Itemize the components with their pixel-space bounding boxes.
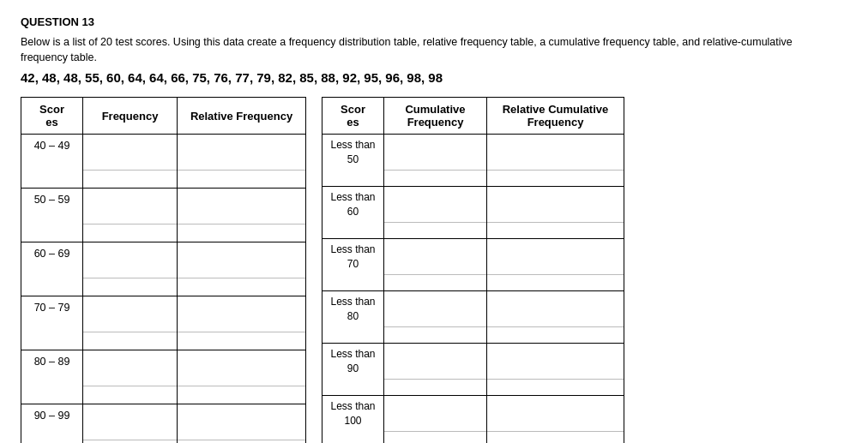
left-col1-header: Scores bbox=[21, 98, 83, 135]
table-row: 60 – 69 bbox=[21, 242, 306, 296]
score-cell: 90 – 99 bbox=[21, 404, 83, 444]
question-title: QUESTION 13 bbox=[21, 15, 847, 28]
cum-freq-cell[interactable] bbox=[384, 344, 487, 396]
right-col3-header: Relative CumulativeFrequency bbox=[487, 98, 624, 135]
left-col3-header: Relative Frequency bbox=[178, 98, 306, 135]
table-row: Less than80 bbox=[322, 291, 624, 344]
rel-freq-cell[interactable] bbox=[178, 242, 306, 296]
cum-freq-cell[interactable] bbox=[384, 291, 487, 344]
table-row: Less than100 bbox=[322, 396, 624, 444]
cum-freq-cell[interactable] bbox=[384, 135, 487, 187]
rel-cum-freq-cell[interactable] bbox=[487, 396, 624, 444]
score-cell: Less than90 bbox=[322, 344, 384, 396]
left-col2-header: Frequency bbox=[83, 98, 178, 135]
score-cell: Less than100 bbox=[322, 396, 384, 444]
score-cell: Less than80 bbox=[322, 291, 384, 344]
scores-list: 42, 48, 48, 55, 60, 64, 64, 66, 75, 76, … bbox=[21, 70, 847, 85]
score-cell: Less than50 bbox=[322, 135, 384, 187]
table-row: 40 – 49 bbox=[21, 135, 306, 189]
cum-freq-cell[interactable] bbox=[384, 239, 487, 291]
table-row: 80 – 89 bbox=[21, 350, 306, 404]
freq-cell[interactable] bbox=[83, 350, 178, 404]
tables-wrapper: Scores Frequency Relative Frequency 40 –… bbox=[21, 97, 847, 443]
rel-cum-freq-cell[interactable] bbox=[487, 187, 624, 239]
desc-line2: frequency table. bbox=[21, 51, 97, 63]
score-cell: 60 – 69 bbox=[21, 242, 83, 296]
cum-freq-cell[interactable] bbox=[384, 187, 487, 239]
score-cell: 40 – 49 bbox=[21, 135, 83, 189]
score-cell: 80 – 89 bbox=[21, 350, 83, 404]
freq-cell[interactable] bbox=[83, 135, 178, 189]
right-col1-header: Scores bbox=[322, 98, 384, 135]
rel-freq-cell[interactable] bbox=[178, 404, 306, 444]
table-row: 70 – 79 bbox=[21, 296, 306, 350]
table-row: Less than90 bbox=[322, 344, 624, 396]
score-cell: Less than60 bbox=[322, 187, 384, 239]
score-cell: 50 – 59 bbox=[21, 189, 83, 242]
rel-freq-cell[interactable] bbox=[178, 296, 306, 350]
freq-cell[interactable] bbox=[83, 296, 178, 350]
table-row: Less than70 bbox=[322, 239, 624, 291]
left-table: Scores Frequency Relative Frequency 40 –… bbox=[21, 97, 306, 443]
freq-cell[interactable] bbox=[83, 404, 178, 444]
table-row: Less than50 bbox=[322, 135, 624, 187]
freq-cell[interactable] bbox=[83, 242, 178, 296]
rel-cum-freq-cell[interactable] bbox=[487, 291, 624, 344]
rel-cum-freq-cell[interactable] bbox=[487, 135, 624, 187]
rel-freq-cell[interactable] bbox=[178, 135, 306, 189]
cum-freq-cell[interactable] bbox=[384, 396, 487, 444]
rel-cum-freq-cell[interactable] bbox=[487, 344, 624, 396]
score-cell: Less than70 bbox=[322, 239, 384, 291]
table-row: 50 – 59 bbox=[21, 189, 306, 242]
score-cell: 70 – 79 bbox=[21, 296, 83, 350]
table-row: Less than60 bbox=[322, 187, 624, 239]
rel-freq-cell[interactable] bbox=[178, 350, 306, 404]
description: Below is a list of 20 test scores. Using… bbox=[21, 35, 847, 65]
right-col2-header: CumulativeFrequency bbox=[384, 98, 487, 135]
freq-cell[interactable] bbox=[83, 189, 178, 242]
desc-line1: Below is a list of 20 test scores. Using… bbox=[21, 36, 793, 48]
table-row: 90 – 99 bbox=[21, 404, 306, 444]
rel-freq-cell[interactable] bbox=[178, 189, 306, 242]
rel-cum-freq-cell[interactable] bbox=[487, 239, 624, 291]
right-table: Scores CumulativeFrequency Relative Cumu… bbox=[322, 97, 624, 443]
